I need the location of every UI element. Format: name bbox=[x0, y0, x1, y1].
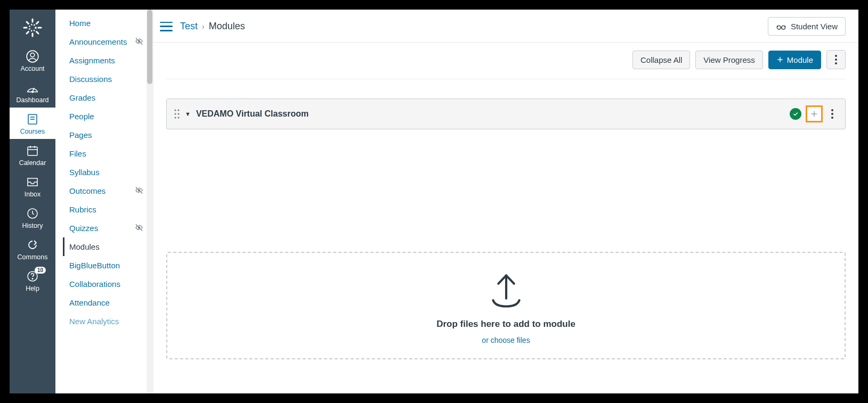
gauge-icon bbox=[26, 82, 39, 94]
hidden-icon bbox=[135, 186, 143, 196]
global-nav: Account Dashboard Courses Calendar Inbox… bbox=[10, 10, 55, 393]
svg-point-25 bbox=[32, 278, 33, 279]
course-nav-bigbluebutton[interactable]: BigBlueButton bbox=[67, 256, 147, 275]
svg-line-8 bbox=[27, 32, 29, 34]
nav-dashboard[interactable]: Dashboard bbox=[10, 76, 55, 108]
nav-label: Commons bbox=[18, 253, 48, 261]
svg-line-7 bbox=[37, 22, 39, 24]
svg-point-45 bbox=[831, 113, 833, 115]
nav-account[interactable]: Account bbox=[10, 45, 55, 76]
inbox-icon bbox=[26, 176, 39, 188]
svg-point-38 bbox=[175, 113, 176, 115]
nav-inbox[interactable]: Inbox bbox=[10, 170, 55, 202]
svg-point-30 bbox=[782, 26, 785, 29]
clock-icon bbox=[26, 207, 39, 220]
nav-label: Account bbox=[20, 65, 44, 73]
svg-point-29 bbox=[777, 26, 781, 29]
breadcrumb: Test › Modules bbox=[180, 21, 245, 32]
course-nav-scrollbar[interactable] bbox=[147, 10, 153, 393]
student-view-button[interactable]: Student View bbox=[768, 17, 846, 36]
canvas-logo-icon bbox=[21, 16, 44, 39]
dropzone[interactable]: Drop files here to add to module or choo… bbox=[166, 252, 846, 359]
course-nav-attendance[interactable]: Attendance bbox=[67, 293, 147, 312]
svg-point-39 bbox=[178, 113, 180, 115]
hidden-icon bbox=[135, 223, 143, 233]
course-nav-pages[interactable]: Pages bbox=[67, 126, 147, 144]
course-nav-outcomes[interactable]: Outcomes bbox=[67, 182, 147, 200]
course-nav-files[interactable]: Files bbox=[67, 144, 147, 163]
module-options-button[interactable] bbox=[827, 105, 838, 122]
user-circle-icon bbox=[26, 50, 39, 63]
svg-point-46 bbox=[831, 117, 833, 119]
kebab-icon bbox=[835, 55, 837, 64]
kebab-icon bbox=[831, 109, 833, 119]
svg-point-33 bbox=[835, 55, 837, 57]
nav-label: Inbox bbox=[25, 191, 41, 199]
commons-icon bbox=[26, 238, 39, 251]
breadcrumb-page: Modules bbox=[209, 21, 245, 32]
collapse-all-button[interactable]: Collapse All bbox=[632, 51, 690, 69]
svg-line-5 bbox=[27, 22, 29, 24]
svg-point-35 bbox=[835, 62, 837, 64]
course-nav-grades[interactable]: Grades bbox=[67, 88, 147, 107]
course-nav-assignments[interactable]: Assignments bbox=[67, 51, 147, 70]
nav-history[interactable]: History bbox=[10, 202, 55, 233]
collapse-toggle[interactable]: ▼ bbox=[185, 111, 191, 117]
nav-label: Dashboard bbox=[16, 96, 48, 104]
svg-point-12 bbox=[32, 91, 34, 93]
view-progress-button[interactable]: View Progress bbox=[695, 51, 762, 69]
course-nav-home[interactable]: Home bbox=[67, 14, 147, 32]
nav-help[interactable]: 10 Help bbox=[10, 265, 55, 296]
glasses-icon bbox=[776, 23, 786, 30]
nav-label: Help bbox=[26, 285, 39, 293]
svg-point-41 bbox=[178, 117, 180, 119]
hamburger-icon[interactable] bbox=[159, 20, 174, 33]
breadcrumb-course[interactable]: Test bbox=[180, 21, 198, 32]
nav-label: History bbox=[22, 222, 43, 230]
upload-icon bbox=[484, 269, 528, 312]
help-badge: 10 bbox=[35, 267, 46, 274]
nav-courses[interactable]: Courses bbox=[10, 108, 55, 139]
dropzone-title: Drop files here to add to module bbox=[436, 319, 575, 330]
choose-files-link[interactable]: or choose files bbox=[482, 336, 530, 344]
more-options-button[interactable] bbox=[826, 50, 846, 69]
drag-handle-icon[interactable] bbox=[174, 109, 180, 119]
plus-icon bbox=[810, 110, 818, 118]
book-icon bbox=[26, 113, 39, 126]
course-nav-rubrics[interactable]: Rubrics bbox=[67, 200, 147, 219]
course-nav-people[interactable]: People bbox=[67, 107, 147, 126]
nav-commons[interactable]: Commons bbox=[10, 233, 55, 265]
module-card: ▼ VEDAMO Virtual Classroom bbox=[166, 98, 846, 129]
course-nav-syllabus[interactable]: Syllabus bbox=[67, 163, 147, 182]
add-item-button[interactable] bbox=[806, 105, 823, 122]
main-content: Test › Modules Student View Collapse All… bbox=[153, 10, 858, 393]
course-nav-announcements[interactable]: Announcements bbox=[67, 32, 147, 51]
svg-point-0 bbox=[29, 24, 36, 31]
nav-calendar[interactable]: Calendar bbox=[10, 139, 55, 170]
svg-point-44 bbox=[831, 109, 833, 111]
module-title: VEDAMO Virtual Classroom bbox=[196, 109, 784, 119]
nav-label: Courses bbox=[20, 128, 45, 136]
module-actions-row: Collapse All View Progress Module bbox=[166, 50, 846, 79]
course-nav: Home Announcements Assignments Discussio… bbox=[55, 10, 153, 393]
svg-point-40 bbox=[175, 117, 176, 119]
svg-point-37 bbox=[178, 110, 180, 111]
svg-rect-16 bbox=[28, 147, 37, 155]
course-nav-collaborations[interactable]: Collaborations bbox=[67, 275, 147, 293]
svg-point-34 bbox=[835, 59, 837, 61]
course-nav-newanalytics[interactable]: New Analytics bbox=[67, 312, 147, 331]
chevron-right-icon: › bbox=[202, 22, 205, 31]
course-nav-modules[interactable]: Modules bbox=[63, 237, 147, 256]
svg-line-6 bbox=[37, 32, 39, 34]
course-nav-discussions[interactable]: Discussions bbox=[67, 70, 147, 88]
topbar: Test › Modules Student View bbox=[153, 10, 858, 43]
svg-point-10 bbox=[30, 53, 35, 57]
add-module-button[interactable]: Module bbox=[768, 51, 821, 69]
nav-label: Calendar bbox=[19, 159, 46, 167]
course-nav-quizzes[interactable]: Quizzes bbox=[67, 219, 147, 237]
plus-icon bbox=[776, 56, 784, 63]
hidden-icon bbox=[135, 37, 143, 47]
calendar-icon bbox=[26, 144, 39, 157]
published-icon[interactable] bbox=[790, 108, 801, 120]
svg-point-36 bbox=[175, 110, 176, 111]
